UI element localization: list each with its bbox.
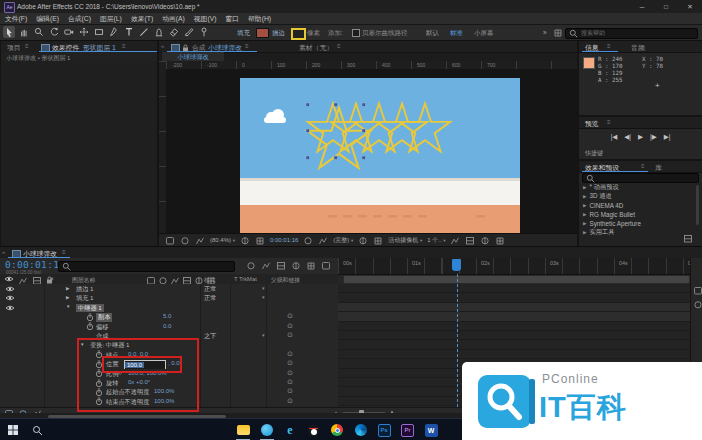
- fast-preview-icon[interactable]: [465, 236, 475, 245]
- menu-item[interactable]: 合成(C): [68, 14, 91, 24]
- puppet-pin-tool-icon[interactable]: [198, 26, 210, 38]
- workspace-item[interactable]: 默认: [426, 29, 439, 36]
- work-area-bar[interactable]: [343, 275, 690, 284]
- roto-brush-tool-icon[interactable]: [183, 26, 195, 38]
- effects-category-row[interactable]: ▶* 动画预设: [579, 183, 702, 192]
- timeline-row[interactable]: 偏移0.0⊙: [0, 322, 338, 331]
- timeline-row[interactable]: ▼中继器 1: [0, 303, 338, 312]
- column-divider[interactable]: [230, 284, 231, 407]
- column-index[interactable]: #: [50, 276, 53, 282]
- track-row[interactable]: [338, 331, 690, 340]
- menu-item[interactable]: 窗口: [225, 14, 239, 24]
- menu-item[interactable]: 帮助(H): [248, 14, 271, 24]
- eye-icon[interactable]: [5, 286, 15, 292]
- orbit-tool-icon[interactable]: [48, 26, 60, 38]
- playhead-marker[interactable]: [452, 259, 461, 271]
- effects-panel-menu-icon[interactable]: ≡: [641, 163, 645, 169]
- tab-libraries[interactable]: 库: [655, 163, 662, 173]
- track-row[interactable]: [338, 340, 690, 349]
- flowchart-icon[interactable]: [495, 236, 505, 245]
- tab-audio[interactable]: 音频: [631, 43, 645, 53]
- stopwatch-icon[interactable]: [86, 322, 94, 331]
- twirl-icon[interactable]: ▶: [583, 203, 586, 208]
- composition-canvas[interactable]: [240, 78, 520, 233]
- monitor-icon[interactable]: [180, 236, 190, 245]
- twirl-icon[interactable]: ▶: [66, 286, 69, 291]
- mask-icon[interactable]: [255, 236, 265, 245]
- file-explorer-icon[interactable]: [236, 423, 250, 437]
- taskbar-search-icon[interactable]: [30, 423, 44, 437]
- selection-handle[interactable]: [306, 156, 309, 159]
- clone-stamp-tool-icon[interactable]: [153, 26, 165, 38]
- pick-whip-icon[interactable]: ⊙: [287, 350, 293, 358]
- timeline-row[interactable]: 副本5.0⊙: [0, 312, 338, 321]
- menu-item[interactable]: 动画(A): [162, 14, 185, 24]
- property-value[interactable]: 5.0: [163, 313, 171, 319]
- selection-handle[interactable]: [362, 129, 365, 132]
- pick-whip-icon[interactable]: ⊙: [287, 378, 293, 386]
- qq-icon[interactable]: [307, 423, 321, 437]
- panel-expander-icon[interactable]: «: [161, 43, 164, 49]
- pick-whip-icon[interactable]: ⊙: [287, 312, 293, 320]
- effects-scrollbar[interactable]: [696, 185, 699, 225]
- track-row[interactable]: [338, 350, 690, 359]
- timeline-panel-menu-icon[interactable]: ≡: [62, 249, 66, 255]
- photoshop-icon[interactable]: Ps: [377, 423, 391, 437]
- pick-whip-icon[interactable]: ⊙: [287, 387, 293, 395]
- add-shape-label[interactable]: 添加:: [328, 29, 343, 38]
- selection-handle[interactable]: [306, 103, 309, 106]
- type-tool-icon[interactable]: [123, 26, 135, 38]
- workspace-overflow-chevron[interactable]: »: [543, 29, 547, 36]
- timeline-search-input[interactable]: [58, 261, 235, 272]
- manage-workspaces-icon[interactable]: [553, 28, 563, 37]
- track-row[interactable]: [338, 322, 690, 331]
- selection-tool-icon[interactable]: [3, 26, 15, 38]
- twirl-icon[interactable]: ▶: [583, 194, 586, 199]
- shape-tool-icon[interactable]: [93, 26, 105, 38]
- shy-layers-icon[interactable]: [276, 261, 286, 270]
- selection-handle[interactable]: [306, 129, 309, 132]
- viewer-canvas-area[interactable]: [166, 69, 577, 233]
- current-timecode[interactable]: 0:00:01:16: [5, 259, 65, 270]
- info-panel-menu-icon[interactable]: ≡: [607, 43, 611, 49]
- motion-blur-icon[interactable]: [306, 261, 316, 270]
- twirl-icon[interactable]: ▶: [583, 230, 586, 235]
- play-button[interactable]: ▶: [638, 133, 643, 141]
- selection-handle[interactable]: [334, 103, 337, 106]
- track-row[interactable]: [338, 293, 690, 302]
- viewer-status-text[interactable]: 1 个.. ▾: [427, 236, 445, 245]
- create-preset-icon[interactable]: [683, 234, 693, 243]
- pick-whip-icon[interactable]: ⊙: [287, 331, 293, 339]
- footage-panel-menu-icon[interactable]: ≡: [337, 43, 341, 49]
- next-frame-button[interactable]: |▶: [650, 133, 657, 141]
- shortcut-label[interactable]: 快捷键: [585, 149, 603, 158]
- tab-footage[interactable]: 素材（无）: [299, 43, 333, 53]
- timeline-row[interactable]: ▶填充 1正常▾: [0, 293, 338, 302]
- selection-handle[interactable]: [362, 156, 365, 159]
- pick-whip-icon[interactable]: ⊙: [287, 397, 293, 405]
- pen-tool-icon[interactable]: [108, 26, 120, 38]
- panel-expander-icon[interactable]: «: [2, 249, 5, 255]
- pan-behind-tool-icon[interactable]: [78, 26, 90, 38]
- tab-preview[interactable]: 预览: [585, 119, 599, 129]
- brush-tool-icon[interactable]: [138, 26, 150, 38]
- draft-3d-icon[interactable]: [261, 261, 271, 270]
- effects-category-row[interactable]: ▶Synthetic Aperture: [579, 219, 702, 228]
- effect-controls-menu-icon[interactable]: ≡: [122, 43, 126, 49]
- comp-marker-button[interactable]: [693, 286, 702, 295]
- project-panel-menu-icon[interactable]: ≡: [25, 43, 29, 49]
- stopwatch-icon[interactable]: [86, 313, 94, 322]
- eye-icon[interactable]: [5, 295, 15, 301]
- minimize-button[interactable]: ─: [634, 1, 650, 12]
- start-button[interactable]: [6, 423, 20, 437]
- menu-item[interactable]: 文件(F): [5, 14, 27, 24]
- effects-category-row[interactable]: ▶RG Magic Bullet: [579, 210, 702, 219]
- fill-label[interactable]: 填充: [237, 29, 250, 38]
- preview-panel-menu-icon[interactable]: ≡: [607, 119, 611, 125]
- pixel-aspect-icon[interactable]: [450, 236, 460, 245]
- column-divider[interactable]: [44, 284, 45, 407]
- maximize-button[interactable]: □: [658, 1, 674, 12]
- snapshot-icon[interactable]: [303, 236, 313, 245]
- help-search-input[interactable]: 搜索帮助: [565, 28, 698, 39]
- camera-tool-icon[interactable]: [63, 26, 75, 38]
